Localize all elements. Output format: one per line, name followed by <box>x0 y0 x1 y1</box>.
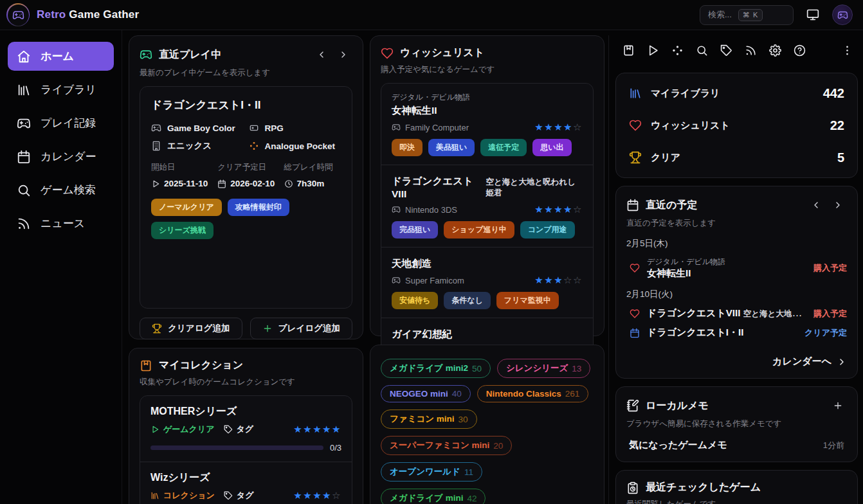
start-date-label: 開始日 <box>151 162 213 173</box>
wishlist-item[interactable]: ドラゴンクエストVIII 空と海と大地と呪われし姫君 Nintendo 3DS … <box>381 165 593 247</box>
tag-pill[interactable]: NEOGEO mini40 <box>381 385 471 402</box>
game-platform: Nintendo 3DS <box>405 205 457 215</box>
search-input[interactable]: 検索... ⌘ K <box>700 5 794 25</box>
wishlist-tag: フリマ監視中 <box>496 292 559 309</box>
bookmark-box-icon <box>140 359 152 372</box>
schedule-entry[interactable]: ドラゴンクエストVIII 空と海と大地と呪… 購入予定 <box>626 307 847 320</box>
calendar-link[interactable]: カレンダーへ <box>626 356 847 368</box>
game-tag: ノーマルクリア <box>151 199 222 216</box>
tag-pill[interactable]: メガドライブ mini42 <box>381 489 486 504</box>
tag-icon <box>224 491 233 500</box>
notebook-pen-icon <box>626 399 639 412</box>
dpad-button[interactable] <box>669 42 686 59</box>
purchase-badge: 購入予定 <box>813 308 847 320</box>
memo-item[interactable]: 気になったゲームメモ 1分前 <box>626 439 847 451</box>
wishlist-tag: 遠征予定 <box>480 139 527 156</box>
clear-date-label: クリア予定日 <box>217 162 280 173</box>
game-title: 女神転生II <box>392 104 437 118</box>
collection-item[interactable]: MOTHERシリーズ ゲームクリア タグ ★★★★★ <box>140 396 352 462</box>
tag-pill[interactable]: オープンワールド11 <box>381 462 482 482</box>
clear-date-value: 2026-02-10 <box>217 179 280 188</box>
help-button[interactable] <box>792 42 808 59</box>
wishlist-title: ウィッシュリスト <box>400 46 484 60</box>
status-game-clear: ゲームクリア <box>150 424 215 435</box>
memo-subtitle: ブラウザへ簡易に保存される作業メモです <box>626 419 847 429</box>
next-playing-button[interactable] <box>334 46 352 63</box>
playing-game-panel[interactable]: ドラゴンクエストI・II Game Boy Color RPG エニックス <box>140 86 352 309</box>
tag-pill[interactable]: Nintendo Classics261 <box>477 385 589 402</box>
sidebar-item-home[interactable]: ホーム <box>8 42 114 71</box>
heart-icon <box>630 263 640 273</box>
tag-chip: タグ <box>224 424 254 435</box>
help-icon <box>794 44 806 57</box>
tag-pill[interactable]: ファミコン mini30 <box>381 410 477 429</box>
schedule-entry[interactable]: ドラゴンクエストI・II クリア予定 <box>626 327 847 339</box>
tag-pill[interactable]: シレンシリーズ13 <box>497 359 590 378</box>
playtime-label: 総プレイ時間 <box>284 162 341 173</box>
recent-title: 最近チェックしたゲーム <box>646 481 761 494</box>
wishlist-count: 22 <box>830 118 844 133</box>
bookmark-box-icon <box>622 44 635 57</box>
trophy-icon <box>152 323 162 334</box>
rating-stars: ★★★★☆ <box>534 122 583 133</box>
panel-toolbar <box>615 35 858 65</box>
chevron-left-icon <box>316 50 327 60</box>
memo-title: ローカルメモ <box>646 399 709 413</box>
recently-checked-card: 最近チェックしたゲーム 最近閲覧したゲームです <box>615 470 858 504</box>
stat-wishlist[interactable]: ウィッシュリスト 22 <box>629 109 844 141</box>
stat-library[interactable]: マイライブラリ 442 <box>629 77 844 109</box>
user-avatar[interactable] <box>832 4 853 25</box>
rating-stars: ★★★★★ <box>293 424 341 435</box>
schedule-title: 直近の予定 <box>646 199 697 212</box>
recent-subtitle: 最近閲覧したゲームです <box>626 499 847 504</box>
news-button[interactable] <box>743 42 759 59</box>
search-icon <box>696 44 708 57</box>
next-schedule-button[interactable] <box>829 197 847 213</box>
clear-count: 5 <box>837 150 844 165</box>
sidebar-item-news[interactable]: ニュース <box>8 209 114 238</box>
sidebar-item-calendar[interactable]: カレンダー <box>8 142 114 171</box>
gamepad-icon <box>151 123 161 133</box>
now-playing-card: 直近プレイ中 最新のプレイ中ゲームを表示します ドラゴンクエストI・II Gam… <box>129 35 363 339</box>
add-clear-log-button[interactable]: クリアログ追加 <box>140 318 242 339</box>
gamepad-icon <box>17 116 31 130</box>
add-play-log-button[interactable]: プレイログ追加 <box>250 318 353 339</box>
prev-playing-button[interactable] <box>313 46 331 63</box>
game-title: ガイア幻想紀 <box>392 328 452 341</box>
prev-schedule-button[interactable] <box>807 197 825 213</box>
search-button[interactable] <box>694 42 710 59</box>
chevron-right-icon <box>338 50 349 60</box>
add-memo-button[interactable] <box>829 397 847 414</box>
wishlist-item[interactable]: デジタル・デビル物語 女神転生II Family Computer ★★★★☆ … <box>381 84 593 165</box>
game-title: ドラゴンクエストI・II <box>151 98 341 113</box>
play-button[interactable] <box>645 42 661 59</box>
stats-card: マイライブラリ 442 ウィッシュリスト 22 クリア 5 <box>615 73 858 178</box>
sidebar-item-library[interactable]: ライブラリ <box>8 75 114 104</box>
sidebar-item-play-log[interactable]: プレイ記録 <box>8 109 114 138</box>
dpad-icon <box>671 44 684 57</box>
progress-text: 0/3 <box>330 443 341 453</box>
play-icon <box>150 425 159 434</box>
collection-item[interactable]: Wizシリーズ コレクション タグ ★★★★☆ <box>140 462 352 504</box>
schedule-entry[interactable]: デジタル・デビル物語 女神転生II 購入予定 <box>626 256 847 280</box>
search-shortcut-kbd: ⌘ K <box>738 9 763 21</box>
play-icon <box>647 44 659 57</box>
purchase-badge: 購入予定 <box>813 262 847 274</box>
schedule-card: 直近の予定 直近の予定を表示します 2月5日(木) デジタル・デビル物語 女神転… <box>615 186 858 379</box>
game-platform: Super Famicom <box>405 276 464 285</box>
game-publisher: エニックス <box>151 140 244 152</box>
wishlist-item[interactable]: 天地創造 Super Famicom ★★★☆☆ 安値待ち 条件なし フリマ監視… <box>381 247 593 318</box>
display-mode-button[interactable] <box>804 6 822 24</box>
schedule-subtitle: 直近の予定を表示します <box>626 218 847 229</box>
stat-clear[interactable]: クリア 5 <box>629 141 844 174</box>
settings-button[interactable] <box>767 42 783 59</box>
tags-button[interactable] <box>718 42 734 59</box>
more-menu-button[interactable] <box>839 42 855 59</box>
tag-cloud-card: メガドライブ mini250 シレンシリーズ13 NEOGEO mini40 N… <box>370 345 604 504</box>
wishlist-tag: コンプ用途 <box>520 221 575 239</box>
tag-pill[interactable]: スーパーファミコン mini20 <box>381 436 512 455</box>
collections-button[interactable] <box>621 42 637 59</box>
right-panel: マイライブラリ 442 ウィッシュリスト 22 クリア 5 直 <box>608 35 863 504</box>
sidebar-item-game-search[interactable]: ゲーム検索 <box>8 176 114 204</box>
tag-pill[interactable]: メガドライブ mini250 <box>381 359 491 378</box>
